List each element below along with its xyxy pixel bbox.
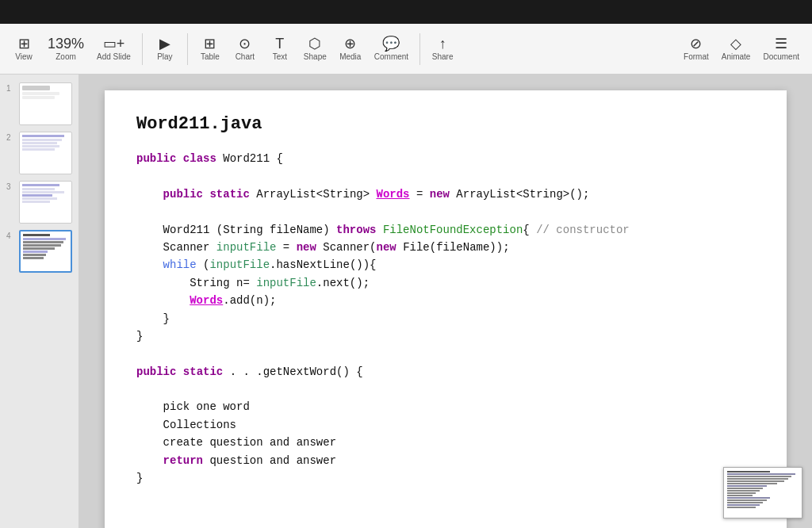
slide-thumb-4[interactable]: 4 [5,228,74,274]
shape-icon: ⬡ [308,36,321,51]
slide-num-3: 3 [6,181,16,191]
code-line-3: public static ArrayList<String> Words = … [136,186,755,203]
comment-icon: 💬 [382,36,400,51]
slide-num-2: 2 [6,132,16,142]
zoom-label: Zoom [56,52,76,61]
code-line-4 [136,203,755,220]
code-line-17: create question and answer [136,434,755,451]
comment-button[interactable]: 💬 Comment [370,33,413,64]
animate-button[interactable]: ◇ Animate [717,33,756,64]
document-label: Document [763,52,799,61]
view-label: View [15,52,33,61]
slide-thumb-2[interactable]: 2 [5,130,74,176]
play-button[interactable]: ▶ Play [149,33,181,64]
add-slide-button[interactable]: ▭+ Add Slide [92,33,136,64]
code-line-6: Scanner inputFile = new Scanner(new File… [136,239,755,256]
code-line-9: Words.add(n); [136,292,755,309]
text-icon: T [275,36,284,51]
media-button[interactable]: ⊕ Media [335,33,366,64]
slides-panel[interactable]: 1 2 [0,75,79,528]
table-button[interactable]: ⊞ Table [194,33,226,64]
slide-preview-2 [19,132,72,174]
code-line-16: Collections [136,416,755,434]
code-line-2 [136,167,755,185]
shape-label: Shape [304,52,327,61]
thumbnail-preview [723,467,802,518]
animate-label: Animate [722,52,751,61]
code-line-8: String n= inputFile.next(); [136,274,755,292]
comment-label: Comment [374,52,408,61]
code-line-7: while (inputFile.hasNextLine()){ [136,256,755,274]
share-label: Share [432,52,454,61]
format-button[interactable]: ⊘ Format [679,33,714,64]
text-button[interactable]: T Text [264,33,296,64]
code-line-10: } [136,310,755,327]
code-line-5: Word211 (String fileName) throws FileNot… [136,221,755,239]
top-bar [0,0,812,24]
share-button[interactable]: ↑ Share [427,33,458,64]
main-layout: 1 2 [0,75,812,528]
code-line-19: } [136,469,755,487]
share-icon: ↑ [439,36,446,51]
code-block: public class Word211 { public static Arr… [136,150,755,487]
code-line-15: pick one word [136,398,755,415]
slide-thumb-3[interactable]: 3 [5,179,74,225]
divider-1 [142,33,143,65]
chart-icon: ⊙ [239,36,251,51]
play-label: Play [157,52,172,61]
slide-preview-1 [19,82,72,125]
code-line-18: return question and answer [136,452,755,469]
format-label: Format [684,52,709,61]
table-label: Table [201,52,220,61]
add-slide-label: Add Slide [97,52,131,61]
code-line-1: public class Word211 { [136,150,755,167]
chart-label: Chart [236,52,255,61]
toolbar: ⊞ View 139% Zoom ▭+ Add Slide ▶ Play ⊞ T… [0,24,812,75]
zoom-value: 139% [48,36,84,51]
shape-button[interactable]: ⬡ Shape [299,33,331,64]
divider-2 [187,33,188,65]
code-line-14 [136,381,755,398]
slide-thumb-1[interactable]: 1 [5,81,74,127]
slide-canvas: Word211.java public class Word211 { publ… [105,90,787,528]
code-line-13: public static . . .getNextWord() { [136,363,755,381]
format-icon: ⊘ [690,36,702,51]
divider-3 [419,33,420,65]
slide-preview-4 [19,230,72,273]
view-button[interactable]: ⊞ View [8,33,40,64]
slide-preview-3 [19,181,72,224]
slide-num-1: 1 [6,82,16,93]
view-icon: ⊞ [18,36,30,51]
slide-title: Word211.java [136,114,755,134]
content-area[interactable]: Word211.java public class Word211 { publ… [79,75,812,528]
media-label: Media [339,52,361,61]
code-line-11: } [136,327,755,345]
media-icon: ⊕ [344,36,356,51]
code-line-12 [136,345,755,362]
slide-num-4: 4 [6,230,16,240]
text-label: Text [273,52,287,61]
table-icon: ⊞ [204,36,216,51]
play-icon: ▶ [159,36,170,51]
document-icon: ☰ [775,36,787,51]
add-slide-icon: ▭+ [103,36,125,51]
zoom-button[interactable]: 139% Zoom [43,33,89,64]
chart-button[interactable]: ⊙ Chart [229,33,261,64]
animate-icon: ◇ [730,36,741,51]
document-button[interactable]: ☰ Document [758,33,804,64]
